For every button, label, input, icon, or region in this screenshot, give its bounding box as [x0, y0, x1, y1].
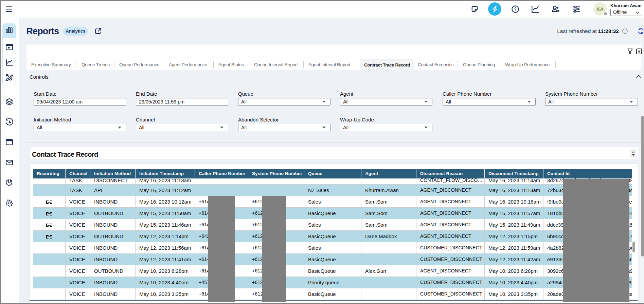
svg-text:i: i [625, 30, 626, 33]
svg-text:?: ? [514, 7, 517, 12]
